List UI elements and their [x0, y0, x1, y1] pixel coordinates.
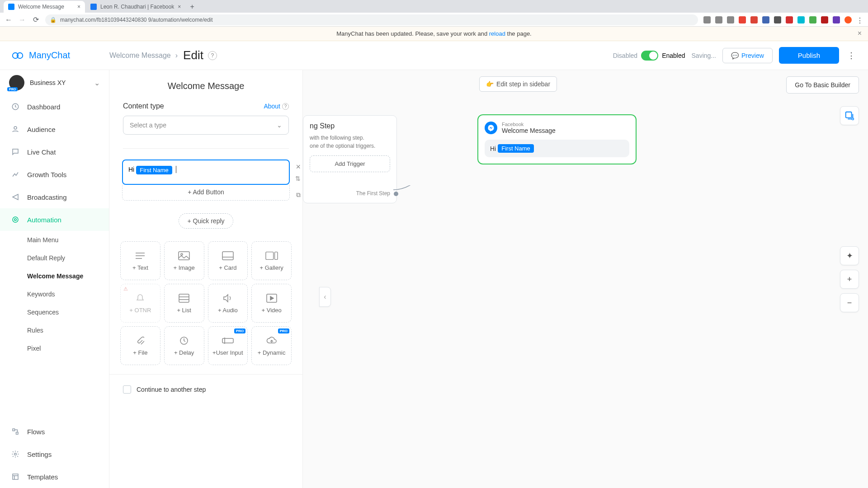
sidebar-item-automation[interactable]: Automation: [0, 208, 109, 231]
menu-icon[interactable]: ⋮: [856, 16, 863, 23]
ext-icon[interactable]: [797, 16, 805, 23]
sidebar-item-flows[interactable]: Flows: [0, 420, 109, 443]
tab-title: Welcome Message: [18, 4, 64, 10]
add-list-block[interactable]: + List: [164, 284, 204, 323]
block-label: + Card: [219, 264, 236, 271]
forward-icon[interactable]: →: [18, 16, 26, 24]
ext-icon[interactable]: [762, 16, 769, 23]
zoom-out-button[interactable]: −: [840, 293, 859, 312]
close-banner-icon[interactable]: ×: [858, 29, 862, 38]
duplicate-icon[interactable]: ⧉: [296, 191, 301, 199]
browser-tab-active[interactable]: Welcome Message ×: [4, 1, 85, 13]
edit-sidebar-button[interactable]: 👉 Edit step in sidebar: [479, 76, 557, 92]
back-icon[interactable]: ←: [5, 16, 13, 24]
pro-badge: PRO: [234, 328, 245, 333]
nav-label: Live Chat: [27, 148, 56, 156]
message-input[interactable]: Hi First Name: [122, 160, 290, 185]
breadcrumb-parent[interactable]: Welcome Message: [109, 52, 171, 60]
auto-layout-button[interactable]: ✦: [840, 246, 859, 265]
add-card-block[interactable]: + Card: [208, 241, 248, 280]
message-preview-node[interactable]: Facebook Welcome Message Hi First Name: [477, 114, 637, 164]
add-delay-block[interactable]: + Delay: [164, 326, 204, 365]
flows-icon: [11, 427, 20, 436]
block-label: +User Input: [212, 349, 243, 356]
subnav-keywords[interactable]: Keywords: [27, 285, 109, 303]
enable-toggle[interactable]: [641, 51, 658, 61]
reload-icon[interactable]: ⟳: [32, 16, 40, 24]
add-gallery-block[interactable]: + Gallery: [251, 241, 292, 280]
add-dynamic-block[interactable]: PRO + Dynamic: [251, 326, 292, 365]
canvas-tools-top: [840, 106, 859, 125]
sidebar-item-templates[interactable]: Templates: [0, 465, 109, 488]
go-basic-button[interactable]: Go To Basic Builder: [786, 76, 859, 94]
block-label: + Text: [132, 264, 148, 271]
quick-reply-button[interactable]: + Quick reply: [179, 213, 233, 229]
add-image-block[interactable]: + Image: [164, 241, 204, 280]
svg-rect-7: [16, 432, 19, 435]
help-icon[interactable]: ?: [208, 51, 217, 60]
add-audio-block[interactable]: + Audio: [208, 284, 248, 323]
reorder-icon[interactable]: ⇅: [295, 175, 301, 182]
starting-step-node[interactable]: ng Step with the following step. one of …: [303, 115, 397, 203]
subnav-sequences[interactable]: Sequences: [27, 303, 109, 321]
svg-rect-10: [179, 252, 189, 260]
ext-icon[interactable]: [774, 16, 781, 23]
publish-button[interactable]: Publish: [779, 47, 839, 64]
subnav-main-menu[interactable]: Main Menu: [27, 231, 109, 249]
sidebar-item-growth[interactable]: Growth Tools: [0, 163, 109, 186]
ext-icon[interactable]: [703, 16, 711, 23]
add-trigger-button[interactable]: Add Trigger: [310, 155, 390, 172]
subnav-welcome-message[interactable]: Welcome Message: [27, 267, 109, 285]
logo[interactable]: ManyChat: [11, 49, 109, 62]
ext-icon[interactable]: [727, 16, 734, 23]
ext-icon[interactable]: [833, 16, 840, 23]
breadcrumb: Welcome Message › Edit ?: [109, 48, 217, 62]
ext-icon[interactable]: [715, 16, 722, 23]
add-file-block[interactable]: + File: [120, 326, 160, 365]
more-menu-icon[interactable]: ⋮: [845, 51, 857, 61]
reload-link[interactable]: reload: [489, 30, 505, 37]
collapse-panel-handle[interactable]: ‹: [319, 287, 331, 307]
add-button[interactable]: + Add Button: [122, 184, 290, 201]
ext-icon[interactable]: [750, 16, 758, 23]
variable-chip[interactable]: First Name: [136, 166, 172, 174]
sidebar-item-settings[interactable]: Settings: [0, 443, 109, 465]
avatar-icon[interactable]: [844, 16, 852, 23]
close-tab-icon[interactable]: ×: [178, 4, 181, 10]
platform-label: Facebook: [502, 122, 556, 127]
add-text-block[interactable]: + Text: [120, 241, 160, 280]
ext-icon[interactable]: [739, 16, 746, 23]
preview-button[interactable]: 💬 Preview: [722, 48, 773, 63]
ext-icon[interactable]: [786, 16, 793, 23]
block-label: + Gallery: [259, 264, 283, 271]
subnav-default-reply[interactable]: Default Reply: [27, 249, 109, 267]
subnav-pixel[interactable]: Pixel: [27, 339, 109, 357]
add-node-button[interactable]: [840, 106, 859, 125]
close-tab-icon[interactable]: ×: [77, 4, 80, 10]
zoom-in-button[interactable]: +: [840, 270, 859, 289]
select-placeholder: Select a type: [130, 122, 166, 129]
banner-text: ManyChat has been updated. Please, save …: [336, 30, 531, 37]
content-type-select[interactable]: Select a type ⌄: [123, 116, 289, 135]
browser-chrome: Welcome Message × Leon R. Chaudhari | Fa…: [0, 0, 868, 27]
broadcast-icon: [11, 192, 20, 202]
ext-icon[interactable]: [809, 16, 816, 23]
subnav-rules[interactable]: Rules: [27, 321, 109, 339]
continue-checkbox[interactable]: [123, 385, 131, 394]
sidebar-item-audience[interactable]: Audience: [0, 118, 109, 141]
add-user-input-block[interactable]: PRO +User Input: [208, 326, 248, 365]
add-video-block[interactable]: + Video: [251, 284, 292, 323]
sidebar-item-dashboard[interactable]: Dashboard: [0, 95, 109, 118]
about-link[interactable]: About ?: [264, 103, 289, 110]
extension-icons: ⋮: [703, 16, 863, 23]
browser-tab[interactable]: Leon R. Chaudhari | Facebook ×: [86, 1, 185, 13]
new-tab-button[interactable]: +: [186, 1, 198, 13]
connection-dot[interactable]: [394, 192, 398, 196]
ext-icon[interactable]: [821, 16, 828, 23]
flow-canvas[interactable]: 👉 Edit step in sidebar Go To Basic Build…: [303, 70, 868, 488]
url-input[interactable]: 🔒 manychat.com/fb181039443240830 9/autom…: [45, 14, 698, 25]
remove-block-icon[interactable]: ×: [296, 162, 301, 172]
sidebar-item-broadcasting[interactable]: Broadcasting: [0, 186, 109, 208]
workspace-selector[interactable]: PRO Business XY ⌄: [0, 70, 109, 95]
sidebar-item-livechat[interactable]: Live Chat: [0, 141, 109, 163]
